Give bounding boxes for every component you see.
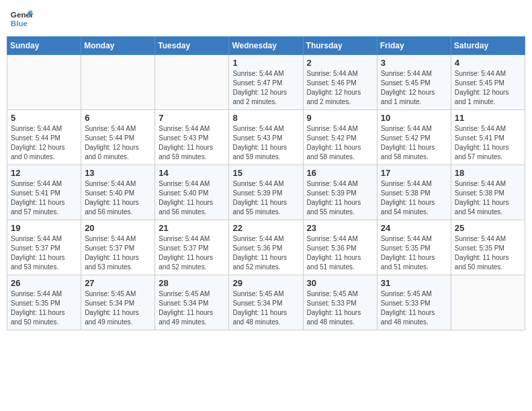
day-number: 16	[307, 168, 373, 178]
calendar-cell	[451, 275, 525, 330]
day-info: Sunrise: 5:44 AM Sunset: 5:39 PM Dayligh…	[232, 179, 299, 217]
day-info: Sunrise: 5:44 AM Sunset: 5:41 PM Dayligh…	[11, 179, 77, 217]
day-number: 28	[159, 278, 225, 288]
calendar-cell: 4Sunrise: 5:44 AM Sunset: 5:45 PM Daylig…	[451, 55, 525, 110]
calendar-week-row: 1Sunrise: 5:44 AM Sunset: 5:47 PM Daylig…	[7, 55, 525, 110]
day-number: 2	[307, 58, 373, 68]
calendar-cell: 21Sunrise: 5:44 AM Sunset: 5:37 PM Dayli…	[155, 220, 229, 275]
calendar-cell: 10Sunrise: 5:44 AM Sunset: 5:42 PM Dayli…	[377, 110, 451, 165]
calendar-cell: 17Sunrise: 5:44 AM Sunset: 5:38 PM Dayli…	[377, 165, 451, 220]
day-info: Sunrise: 5:44 AM Sunset: 5:41 PM Dayligh…	[455, 124, 521, 162]
calendar-cell: 8Sunrise: 5:44 AM Sunset: 5:43 PM Daylig…	[229, 110, 303, 165]
day-info: Sunrise: 5:44 AM Sunset: 5:45 PM Dayligh…	[381, 69, 447, 107]
day-info: Sunrise: 5:44 AM Sunset: 5:43 PM Dayligh…	[232, 124, 299, 162]
day-info: Sunrise: 5:44 AM Sunset: 5:38 PM Dayligh…	[455, 179, 521, 217]
calendar-cell: 11Sunrise: 5:44 AM Sunset: 5:41 PM Dayli…	[451, 110, 525, 165]
calendar-table: SundayMondayTuesdayWednesdayThursdayFrid…	[7, 36, 525, 330]
calendar-cell: 6Sunrise: 5:44 AM Sunset: 5:44 PM Daylig…	[81, 110, 155, 165]
calendar-week-row: 26Sunrise: 5:44 AM Sunset: 5:35 PM Dayli…	[7, 275, 525, 330]
day-info: Sunrise: 5:44 AM Sunset: 5:35 PM Dayligh…	[381, 234, 447, 272]
calendar-cell: 26Sunrise: 5:44 AM Sunset: 5:35 PM Dayli…	[7, 275, 81, 330]
calendar-cell: 12Sunrise: 5:44 AM Sunset: 5:41 PM Dayli…	[7, 165, 81, 220]
calendar-cell	[81, 55, 155, 110]
day-number: 29	[232, 278, 299, 288]
day-info: Sunrise: 5:44 AM Sunset: 5:38 PM Dayligh…	[381, 179, 447, 217]
calendar-cell: 15Sunrise: 5:44 AM Sunset: 5:39 PM Dayli…	[229, 165, 303, 220]
calendar-cell: 13Sunrise: 5:44 AM Sunset: 5:40 PM Dayli…	[81, 165, 155, 220]
calendar-week-row: 5Sunrise: 5:44 AM Sunset: 5:44 PM Daylig…	[7, 110, 525, 165]
calendar-cell: 27Sunrise: 5:45 AM Sunset: 5:34 PM Dayli…	[81, 275, 155, 330]
calendar-cell: 24Sunrise: 5:44 AM Sunset: 5:35 PM Dayli…	[377, 220, 451, 275]
calendar-cell: 20Sunrise: 5:44 AM Sunset: 5:37 PM Dayli…	[81, 220, 155, 275]
calendar-cell: 22Sunrise: 5:44 AM Sunset: 5:36 PM Dayli…	[229, 220, 303, 275]
calendar-cell: 25Sunrise: 5:44 AM Sunset: 5:35 PM Dayli…	[451, 220, 525, 275]
day-header-wednesday: Wednesday	[229, 37, 303, 55]
day-info: Sunrise: 5:44 AM Sunset: 5:47 PM Dayligh…	[232, 69, 299, 107]
logo: General Blue	[9, 7, 34, 31]
day-number: 20	[85, 223, 151, 233]
day-number: 15	[232, 168, 299, 178]
day-number: 5	[11, 113, 77, 123]
day-info: Sunrise: 5:44 AM Sunset: 5:44 PM Dayligh…	[85, 124, 151, 162]
calendar-cell: 2Sunrise: 5:44 AM Sunset: 5:46 PM Daylig…	[303, 55, 377, 110]
day-number: 23	[307, 223, 373, 233]
calendar-cell: 19Sunrise: 5:44 AM Sunset: 5:37 PM Dayli…	[7, 220, 81, 275]
calendar-cell: 5Sunrise: 5:44 AM Sunset: 5:44 PM Daylig…	[7, 110, 81, 165]
day-number: 30	[307, 278, 373, 288]
day-number: 14	[159, 168, 225, 178]
calendar-cell: 29Sunrise: 5:45 AM Sunset: 5:34 PM Dayli…	[229, 275, 303, 330]
day-number: 4	[455, 58, 521, 68]
day-number: 17	[381, 168, 447, 178]
svg-text:Blue: Blue	[11, 19, 28, 28]
day-info: Sunrise: 5:44 AM Sunset: 5:42 PM Dayligh…	[307, 124, 373, 162]
day-info: Sunrise: 5:45 AM Sunset: 5:34 PM Dayligh…	[232, 289, 299, 327]
day-number: 31	[381, 278, 447, 288]
day-number: 10	[381, 113, 447, 123]
day-header-monday: Monday	[81, 37, 155, 55]
day-number: 19	[11, 223, 77, 233]
day-info: Sunrise: 5:45 AM Sunset: 5:33 PM Dayligh…	[307, 289, 373, 327]
day-number: 11	[455, 113, 521, 123]
day-header-friday: Friday	[377, 37, 451, 55]
calendar-cell: 14Sunrise: 5:44 AM Sunset: 5:40 PM Dayli…	[155, 165, 229, 220]
calendar-header-row: SundayMondayTuesdayWednesdayThursdayFrid…	[7, 37, 525, 55]
day-number: 13	[85, 168, 151, 178]
day-info: Sunrise: 5:45 AM Sunset: 5:34 PM Dayligh…	[159, 289, 225, 327]
day-info: Sunrise: 5:44 AM Sunset: 5:37 PM Dayligh…	[11, 234, 77, 272]
day-info: Sunrise: 5:44 AM Sunset: 5:39 PM Dayligh…	[307, 179, 373, 217]
day-info: Sunrise: 5:44 AM Sunset: 5:35 PM Dayligh…	[455, 234, 521, 272]
day-number: 26	[11, 278, 77, 288]
day-info: Sunrise: 5:44 AM Sunset: 5:37 PM Dayligh…	[85, 234, 151, 272]
day-header-thursday: Thursday	[303, 37, 377, 55]
day-header-tuesday: Tuesday	[155, 37, 229, 55]
day-info: Sunrise: 5:44 AM Sunset: 5:36 PM Dayligh…	[307, 234, 373, 272]
calendar-cell: 7Sunrise: 5:44 AM Sunset: 5:43 PM Daylig…	[155, 110, 229, 165]
day-number: 25	[455, 223, 521, 233]
day-info: Sunrise: 5:44 AM Sunset: 5:45 PM Dayligh…	[455, 69, 521, 107]
day-number: 18	[455, 168, 521, 178]
day-header-saturday: Saturday	[451, 37, 525, 55]
day-number: 8	[232, 113, 299, 123]
day-header-sunday: Sunday	[7, 37, 81, 55]
day-number: 27	[85, 278, 151, 288]
day-number: 3	[381, 58, 447, 68]
day-info: Sunrise: 5:44 AM Sunset: 5:35 PM Dayligh…	[11, 289, 77, 327]
calendar-week-row: 12Sunrise: 5:44 AM Sunset: 5:41 PM Dayli…	[7, 165, 525, 220]
day-info: Sunrise: 5:44 AM Sunset: 5:43 PM Dayligh…	[159, 124, 225, 162]
calendar-cell: 1Sunrise: 5:44 AM Sunset: 5:47 PM Daylig…	[229, 55, 303, 110]
logo-icon: General Blue	[9, 7, 34, 31]
day-info: Sunrise: 5:44 AM Sunset: 5:44 PM Dayligh…	[11, 124, 77, 162]
calendar-week-row: 19Sunrise: 5:44 AM Sunset: 5:37 PM Dayli…	[7, 220, 525, 275]
day-number: 12	[11, 168, 77, 178]
day-number: 7	[159, 113, 225, 123]
day-number: 6	[85, 113, 151, 123]
calendar-cell: 3Sunrise: 5:44 AM Sunset: 5:45 PM Daylig…	[377, 55, 451, 110]
calendar-cell: 18Sunrise: 5:44 AM Sunset: 5:38 PM Dayli…	[451, 165, 525, 220]
calendar-cell: 28Sunrise: 5:45 AM Sunset: 5:34 PM Dayli…	[155, 275, 229, 330]
day-number: 1	[232, 58, 299, 68]
calendar-cell: 23Sunrise: 5:44 AM Sunset: 5:36 PM Dayli…	[303, 220, 377, 275]
day-number: 9	[307, 113, 373, 123]
day-info: Sunrise: 5:44 AM Sunset: 5:37 PM Dayligh…	[159, 234, 225, 272]
day-info: Sunrise: 5:44 AM Sunset: 5:46 PM Dayligh…	[307, 69, 373, 107]
calendar-cell: 16Sunrise: 5:44 AM Sunset: 5:39 PM Dayli…	[303, 165, 377, 220]
